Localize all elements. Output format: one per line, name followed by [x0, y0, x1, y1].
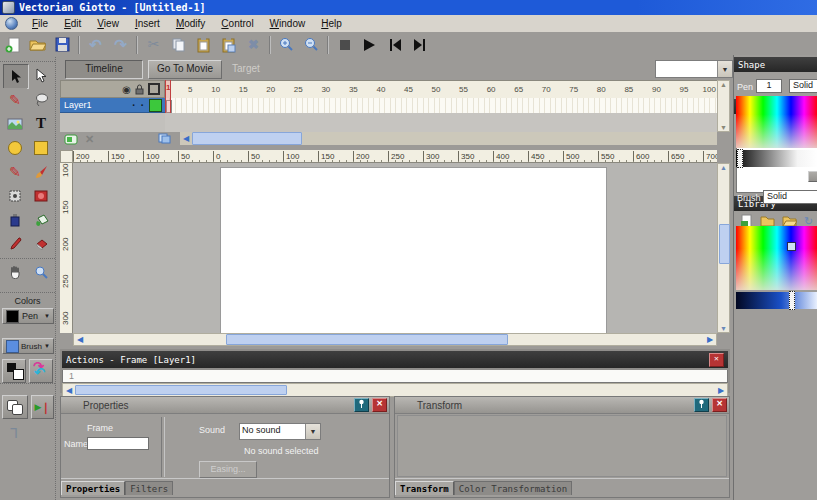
sound-dropdown[interactable]: No sound ▼	[239, 423, 321, 440]
menu-item-help[interactable]: Help	[313, 17, 350, 30]
tab-properties[interactable]: Properties	[61, 481, 125, 495]
pen-value-slider[interactable]	[736, 150, 817, 167]
pencil-tool[interactable]: ✎	[3, 160, 27, 183]
redo-button[interactable]: ↷	[108, 34, 133, 55]
scroll-right-icon[interactable]: ▶	[704, 335, 716, 344]
canvas-horizontal-scrollbar[interactable]: ◀ ▶	[73, 333, 717, 346]
actions-code-area[interactable]: 1	[62, 370, 728, 383]
tab-color-transformation[interactable]: Color Transformation	[454, 481, 572, 495]
zoom-out-button[interactable]	[299, 34, 324, 55]
actions-scroll-thumb[interactable]	[75, 385, 287, 395]
layer-lock-dot[interactable]: ·	[141, 100, 144, 111]
pen-slider-handle[interactable]	[737, 149, 743, 168]
line-tool[interactable]: ✎	[3, 88, 27, 111]
pen-color-button[interactable]: Pen ▼	[2, 308, 54, 324]
color-more-button[interactable]	[808, 171, 817, 182]
chevron-down-icon[interactable]: ▼	[717, 61, 732, 77]
fill-transform-tool[interactable]	[29, 184, 53, 207]
brush-color-button[interactable]: Brush ▼	[2, 338, 54, 354]
timeline-vertical-scrollbar[interactable]: ▲ ▼	[717, 80, 730, 132]
lasso-tool[interactable]	[29, 88, 53, 111]
menu-item-insert[interactable]: Insert	[127, 17, 168, 30]
scroll-left-icon[interactable]: ◀	[180, 134, 192, 143]
menu-item-modify[interactable]: Modify	[168, 17, 213, 30]
brush-color-marker[interactable]	[787, 242, 796, 251]
rectangle-tool[interactable]	[29, 136, 53, 159]
timeline-horizontal-scrollbar[interactable]: ◀	[180, 132, 717, 145]
actions-title-bar[interactable]: Actions - Frame [Layer1] ✕	[62, 351, 728, 368]
layer-outline-swatch[interactable]	[149, 99, 162, 112]
free-transform-tool[interactable]	[3, 184, 27, 207]
scroll-up-icon[interactable]: ▲	[718, 81, 729, 88]
ink-bottle-tool[interactable]	[3, 208, 27, 231]
canvas-vscroll-thumb[interactable]	[719, 224, 730, 264]
oval-tool[interactable]	[3, 136, 27, 159]
lock-icon[interactable]	[135, 84, 144, 95]
tab-filters[interactable]: Filters	[125, 481, 173, 495]
canvas-vertical-scrollbar[interactable]: ▲ ▼	[717, 163, 730, 333]
text-tool[interactable]: T	[29, 112, 53, 135]
delete-layer-icon[interactable]: ✕	[85, 133, 94, 146]
shape-panel-header[interactable]: Shape	[734, 57, 817, 72]
angle-corner-icon[interactable]: Γ	[10, 425, 18, 441]
properties-pin-button[interactable]	[354, 398, 369, 412]
paint-bucket-tool[interactable]	[29, 208, 53, 231]
menu-item-window[interactable]: Window	[262, 17, 314, 30]
menu-item-control[interactable]: Control	[213, 17, 261, 30]
frame-number-ruler[interactable]: 5101520253035404550556065707580859095100	[165, 80, 717, 100]
menu-item-edit[interactable]: Edit	[56, 17, 89, 30]
pen-tool[interactable]	[3, 112, 27, 135]
pen-width-input[interactable]: 1	[756, 79, 782, 93]
undo-button[interactable]: ↶	[83, 34, 108, 55]
chevron-down-icon[interactable]: ▼	[305, 424, 320, 439]
swap-colors-button[interactable]: ↷ ↶	[29, 359, 53, 383]
eraser-tool[interactable]	[29, 232, 53, 255]
insert-layer-icon[interactable]	[64, 134, 79, 145]
pen-color-field[interactable]	[736, 96, 817, 148]
properties-close-button[interactable]: ✕	[372, 398, 387, 412]
frame-name-input[interactable]	[87, 437, 149, 450]
scroll-left-icon[interactable]: ◀	[74, 335, 86, 344]
outline-icon[interactable]	[148, 83, 160, 95]
subselection-tool[interactable]	[29, 64, 53, 87]
brush-color-field[interactable]	[736, 226, 817, 290]
onion-skin-icon[interactable]	[158, 133, 171, 146]
hand-tool[interactable]	[3, 260, 27, 283]
open-button[interactable]	[25, 34, 50, 55]
brush-fill-dropdown[interactable]: Solid	[763, 190, 817, 204]
canvas-area[interactable]	[73, 163, 717, 333]
actions-horizontal-scrollbar[interactable]: ◀ ▶	[62, 383, 728, 397]
go-to-first-frame-button[interactable]	[382, 34, 407, 55]
layer-frames-strip[interactable]	[165, 98, 717, 113]
pen-fill-dropdown[interactable]: Solid	[789, 79, 817, 93]
scroll-left-icon[interactable]: ◀	[63, 386, 75, 395]
scroll-down-icon[interactable]: ▼	[718, 124, 729, 131]
transform-title-bar[interactable]: Transform ✕	[395, 397, 729, 414]
copy-button[interactable]	[166, 34, 191, 55]
scroll-down-icon[interactable]: ▼	[718, 325, 729, 332]
transform-pin-button[interactable]	[694, 398, 709, 412]
play-button[interactable]	[357, 34, 382, 55]
menu-item-view[interactable]: View	[89, 17, 127, 30]
go-to-last-frame-button[interactable]	[407, 34, 432, 55]
paste-button[interactable]	[191, 34, 216, 55]
actions-close-button[interactable]: ✕	[709, 353, 724, 367]
stop-button[interactable]	[332, 34, 357, 55]
stage[interactable]	[220, 167, 607, 333]
scroll-up-icon[interactable]: ▲	[718, 164, 729, 171]
layer-visible-dot[interactable]: ·	[132, 100, 135, 111]
brush-tool[interactable]	[29, 160, 53, 183]
transform-close-button[interactable]: ✕	[712, 398, 727, 412]
eyedropper-tool[interactable]	[3, 232, 27, 255]
app-menu-icon[interactable]	[5, 17, 18, 30]
snap-to-objects-button[interactable]	[2, 395, 28, 419]
properties-title-bar[interactable]: Properties ✕	[61, 397, 389, 414]
canvas-hscroll-thumb[interactable]	[226, 334, 508, 345]
cut-button[interactable]: ✂	[141, 34, 166, 55]
show-hide-icon[interactable]: ◉	[122, 84, 131, 95]
zoom-in-button[interactable]	[274, 34, 299, 55]
scroll-right-icon[interactable]: ▶	[715, 386, 727, 395]
default-colors-button[interactable]	[2, 359, 26, 383]
snap-align-button[interactable]: ▶❘	[31, 395, 54, 419]
title-bar[interactable]: Vectorian Giotto - [Untitled-1]	[0, 0, 817, 15]
